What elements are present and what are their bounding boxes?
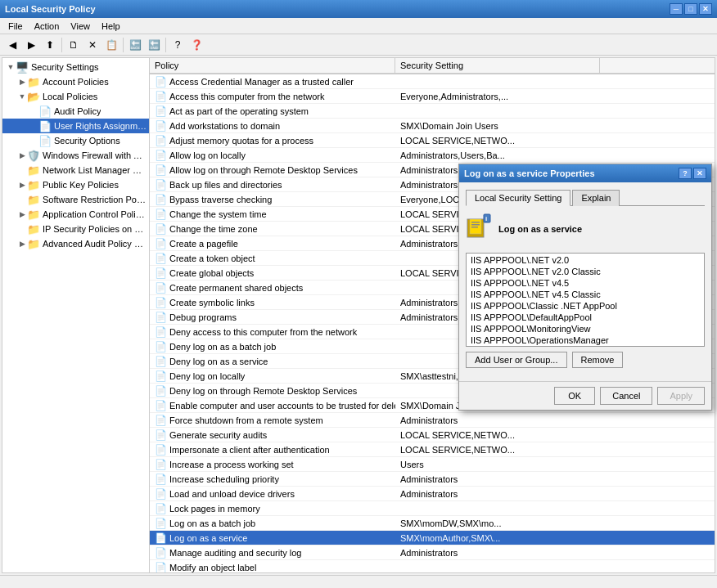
tree-item-advanced-audit[interactable]: ▶📁Advanced Audit Policy Configuration xyxy=(2,236,149,251)
list-row[interactable]: 📄Access this computer from the networkEv… xyxy=(150,89,715,104)
minimize-button[interactable]: ─ xyxy=(670,3,683,15)
dialog-help-button[interactable]: ? xyxy=(679,168,692,179)
tree-item-security-settings[interactable]: ▼🖥️Security Settings xyxy=(2,60,149,74)
tree-expand-security-settings[interactable]: ▼ xyxy=(6,63,16,71)
policy-cell: 📄Access Credential Manager as a trusted … xyxy=(150,75,395,88)
title-bar-buttons: ─ □ ✕ xyxy=(670,3,712,15)
list-row[interactable]: 📄Load and unload device driversAdministr… xyxy=(150,487,715,501)
tree-expand-advanced-audit[interactable]: ▶ xyxy=(17,240,27,248)
list-row[interactable]: 📄Access Credential Manager as a trusted … xyxy=(150,74,715,89)
list-row[interactable]: 📄Force shutdown from a remote systemAdmi… xyxy=(150,413,715,428)
list-row[interactable]: 📄Adjust memory quotas for a processLOCAL… xyxy=(150,133,715,148)
listbox-item[interactable]: IIS APPPOOL\DefaultAppPool xyxy=(467,312,703,323)
listbox-item[interactable]: IIS APPPOOL\.NET v4.5 xyxy=(467,277,703,289)
list-row[interactable]: 📄Lock pages in memory xyxy=(150,501,715,516)
list-row[interactable]: 📄Manage auditing and security logAdminis… xyxy=(150,545,715,560)
policy-cell: 📄Adjust memory quotas for a process xyxy=(150,134,395,147)
listbox-item[interactable]: NT SERVICE\ALL SERVICES xyxy=(467,346,703,347)
ok-button[interactable]: OK xyxy=(554,387,595,405)
maximize-button[interactable]: □ xyxy=(684,3,697,15)
tree-item-local-policies[interactable]: ▼📂Local Policies xyxy=(2,89,149,104)
policy-icon: 📄 xyxy=(155,194,167,205)
export-button[interactable]: 🔙 xyxy=(126,36,144,54)
dialog-listbox[interactable]: IIS APPPOOL\.NET v2.0IIS APPPOOL\.NET v2… xyxy=(466,253,705,347)
up-button[interactable]: ⬆ xyxy=(41,36,59,54)
back-button[interactable]: ◀ xyxy=(3,36,21,54)
help-button[interactable]: ? xyxy=(169,36,187,54)
tree-item-network-list[interactable]: 📁Network List Manager Policies xyxy=(2,163,149,177)
properties-button[interactable]: 📋 xyxy=(102,36,120,54)
list-row[interactable]: 📄Allow log on locallyAdministrators,User… xyxy=(150,148,715,163)
delete-button[interactable]: ✕ xyxy=(83,36,101,54)
tab-explain[interactable]: Explain xyxy=(572,190,620,206)
policy-icon: 📄 xyxy=(155,282,167,294)
setting-cell: Administrators xyxy=(395,415,600,426)
tree-expand-windows-firewall[interactable]: ▶ xyxy=(17,151,27,159)
policy-icon: 📄 xyxy=(155,267,167,279)
col-header-setting[interactable]: Security Setting xyxy=(395,58,600,73)
tree-item-security-options[interactable]: 📄Security Options xyxy=(2,133,149,148)
tree-item-account-policies[interactable]: ▶📁Account Policies xyxy=(2,74,149,89)
setting-cell xyxy=(395,508,600,509)
policy-icon: 📄 xyxy=(155,532,167,544)
policy-cell: 📄Create global objects xyxy=(150,267,395,280)
dialog-title-bar: Log on as a service Properties ? ✕ xyxy=(459,164,711,182)
list-row[interactable]: 📄Log on as a batch jobSMX\momDW,SMX\mo..… xyxy=(150,516,715,531)
new-button[interactable]: 🗋 xyxy=(65,36,83,54)
tree-expand-public-key[interactable]: ▶ xyxy=(17,181,27,189)
tree-item-windows-firewall[interactable]: ▶🛡️Windows Firewall with Advanced Sec... xyxy=(2,148,149,163)
tree-item-ip-security[interactable]: 📁IP Security Policies on Local Compute..… xyxy=(2,222,149,236)
tab-local-security[interactable]: Local Security Setting xyxy=(466,190,570,206)
tree-item-user-rights[interactable]: 📄User Rights Assignment xyxy=(2,119,149,133)
listbox-item[interactable]: IIS APPPOOL\OperationsManager xyxy=(467,334,703,346)
tree-expand-local-policies[interactable]: ▼ xyxy=(17,92,27,101)
tree-item-software-restriction[interactable]: 📁Software Restriction Policies xyxy=(2,192,149,207)
tree-item-audit-policy[interactable]: 📄Audit Policy xyxy=(2,104,149,119)
tree-item-application-control[interactable]: ▶📁Application Control Policies xyxy=(2,207,149,222)
import-button[interactable]: 🔚 xyxy=(145,36,163,54)
listbox-item[interactable]: IIS APPPOOL\.NET v4.5 Classic xyxy=(467,289,703,300)
dialog-title: Log on as a service Properties xyxy=(464,168,595,178)
menu-file[interactable]: File xyxy=(3,20,28,33)
policy-name: Deny log on as a batch job xyxy=(169,342,276,352)
apply-button[interactable]: Apply xyxy=(657,387,705,405)
tree-expand-application-control[interactable]: ▶ xyxy=(17,210,27,218)
policy-cell: 📄Change the time zone xyxy=(150,222,395,236)
tree-item-public-key[interactable]: ▶📁Public Key Policies xyxy=(2,177,149,192)
policy-name: Force shutdown from a remote system xyxy=(169,415,323,425)
help2-button[interactable]: ❓ xyxy=(187,36,205,54)
forward-button[interactable]: ▶ xyxy=(22,36,40,54)
list-row[interactable]: 📄Add workstations to domainSMX\Domain Jo… xyxy=(150,119,715,133)
tree-icon-advanced-audit: 📁 xyxy=(27,238,40,250)
list-row[interactable]: 📄Increase scheduling priorityAdministrat… xyxy=(150,472,715,487)
toolbar-sep1 xyxy=(61,38,62,52)
remove-button[interactable]: Remove xyxy=(572,352,624,368)
dialog-policy-icon: i xyxy=(466,213,492,245)
listbox-item[interactable]: IIS APPPOOL\.NET v2.0 Classic xyxy=(467,266,703,277)
list-row[interactable]: 📄Increase a process working setUsers xyxy=(150,457,715,472)
menu-view[interactable]: View xyxy=(65,20,95,33)
menu-help[interactable]: Help xyxy=(97,20,125,33)
setting-cell: Administrators xyxy=(395,488,600,500)
cancel-button[interactable]: Cancel xyxy=(600,387,652,405)
policy-name: Add workstations to domain xyxy=(169,121,280,131)
tree-icon-security-options: 📄 xyxy=(38,135,52,147)
dialog-close-button[interactable]: ✕ xyxy=(693,168,706,179)
listbox-item[interactable]: IIS APPPOOL\MonitoringView xyxy=(467,323,703,334)
list-row[interactable]: 📄Log on as a serviceSMX\momAuthor,SMX\..… xyxy=(150,531,715,545)
list-row[interactable]: 📄Act as part of the operating system xyxy=(150,104,715,119)
policy-icon: 📄 xyxy=(155,297,167,308)
col-header-policy[interactable]: Policy xyxy=(150,58,395,73)
add-user-button[interactable]: Add User or Group... xyxy=(466,352,567,368)
list-row[interactable]: 📄Generate security auditsLOCAL SERVICE,N… xyxy=(150,428,715,442)
menu-action[interactable]: Action xyxy=(29,20,65,33)
tree-expand-account-policies[interactable]: ▶ xyxy=(17,78,27,86)
listbox-item[interactable]: IIS APPPOOL\.NET v2.0 xyxy=(467,254,703,266)
policy-cell: 📄Deny log on as a service xyxy=(150,355,395,368)
list-row[interactable]: 📄Modify an object label xyxy=(150,560,715,572)
list-row[interactable]: 📄Impersonate a client after authenticati… xyxy=(150,442,715,457)
close-button[interactable]: ✕ xyxy=(699,3,712,15)
listbox-item[interactable]: IIS APPPOOL\Classic .NET AppPool xyxy=(467,300,703,312)
policy-name: Enable computer and user accounts to be … xyxy=(169,401,395,411)
policy-icon: 📄 xyxy=(155,429,167,441)
